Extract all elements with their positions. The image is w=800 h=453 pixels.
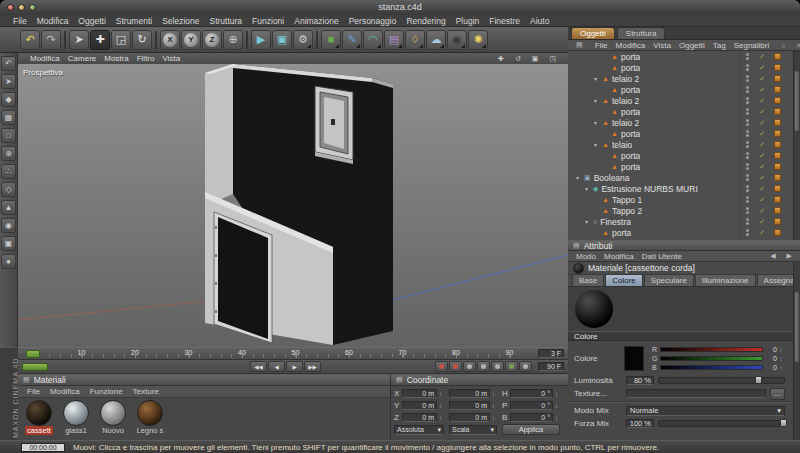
channel-slider[interactable] (660, 365, 763, 370)
visibility-dots-icon[interactable] (746, 218, 749, 221)
add-environment-button[interactable]: ☁ (426, 30, 446, 50)
om-menu-file[interactable]: File (591, 41, 612, 50)
enabled-check-icon[interactable]: ✓ (759, 172, 765, 183)
expand-arrow-icon[interactable]: ▾ (594, 97, 602, 104)
menu-funzioni[interactable]: Funzioni (247, 16, 289, 26)
stepper-icon[interactable]: ↕ (437, 403, 444, 409)
visibility-dots-icon[interactable] (746, 119, 749, 122)
coord-size-field[interactable]: 0 m (449, 413, 490, 422)
material-item-cassett[interactable]: cassett (24, 400, 54, 435)
menu-file[interactable]: File (8, 16, 32, 26)
record-keyframe-button[interactable] (435, 361, 448, 372)
expand-arrow-icon[interactable]: ▾ (576, 174, 584, 181)
coord-position-field[interactable]: 0 m (402, 401, 437, 410)
om-menu-segnalibri[interactable]: Segnalibri (730, 41, 774, 50)
viewport-menu-filtro[interactable]: Filtro (133, 54, 159, 63)
animation-mode-button[interactable]: ◉ (1, 218, 16, 233)
coordinate-system-button[interactable]: ⊕ (223, 30, 243, 50)
lock-z-button[interactable]: Z (202, 30, 222, 50)
texture-tag-icon[interactable] (774, 185, 781, 192)
size-mode-dropdown[interactable]: Scala▾ (449, 425, 497, 435)
mat-menu-file[interactable]: File (22, 387, 45, 396)
mix-mode-dropdown[interactable]: Normale ▾ (626, 406, 785, 416)
enabled-check-icon[interactable]: ✓ (759, 51, 765, 62)
panel-menu-icon[interactable]: ▤ (572, 41, 587, 49)
close-button[interactable] (7, 4, 14, 11)
mat-menu-funzione[interactable]: Funzione (85, 387, 128, 396)
expand-arrow-icon[interactable]: ▾ (594, 119, 602, 126)
stepper-icon[interactable]: ↕ (553, 403, 560, 409)
apply-button[interactable]: Applica (502, 424, 560, 435)
minimize-button[interactable] (18, 4, 25, 11)
visibility-dots-icon[interactable] (746, 163, 749, 166)
slider-knob[interactable] (780, 419, 787, 427)
tree-row-porta[interactable]: ▲porta✓ (568, 62, 793, 73)
enabled-check-icon[interactable]: ✓ (759, 194, 765, 205)
stepper-icon[interactable]: ↕ (437, 415, 444, 421)
viewport-menu-vista[interactable]: Vista (158, 54, 184, 63)
luminosity-slider[interactable] (658, 377, 785, 384)
visibility-dots-icon[interactable] (746, 185, 749, 188)
edges-mode-button[interactable]: ◇ (1, 182, 16, 197)
panel-menu-icon[interactable]: ▤ (573, 242, 580, 250)
texture-tag-icon[interactable] (774, 218, 781, 225)
record-pla-button[interactable] (519, 361, 532, 372)
tree-row-telaio-2[interactable]: ▾▲telaio 2✓ (568, 117, 793, 128)
model-mode-button[interactable]: ◆ (1, 92, 16, 107)
texture-field[interactable] (626, 389, 766, 398)
attr-tab-colore[interactable]: Colore (605, 274, 643, 286)
undo-button[interactable]: ↶ (20, 30, 40, 50)
texture-tag-icon[interactable] (774, 141, 781, 148)
enabled-check-icon[interactable]: ✓ (759, 95, 765, 106)
coord-rotation-field[interactable]: 0 ° (510, 413, 553, 422)
tree-row-porta[interactable]: ▲porta✓ (568, 227, 793, 238)
menu-modifica[interactable]: Modifica (32, 16, 74, 26)
tree-row-porta[interactable]: ▲porta✓ (568, 161, 793, 172)
mat-menu-modifica[interactable]: Modifica (45, 387, 85, 396)
attr-tab-speculare[interactable]: Speculare (644, 274, 694, 286)
texture-tag-icon[interactable] (774, 130, 781, 137)
tree-row-porta[interactable]: ▲porta✓ (568, 128, 793, 139)
enabled-check-icon[interactable]: ✓ (759, 117, 765, 128)
add-spline-button[interactable]: ✎ (342, 30, 362, 50)
coord-position-field[interactable]: 0 m (402, 413, 437, 422)
expand-arrow-icon[interactable]: ▾ (585, 185, 593, 192)
material-item-nuovo[interactable]: Nuovo (98, 400, 128, 435)
menu-aiuto[interactable]: Aiuto (525, 16, 554, 26)
channel-slider[interactable] (660, 356, 763, 361)
tree-row-finestra[interactable]: ▾○Finestra✓ (568, 216, 793, 227)
menu-strumenti[interactable]: Strumenti (111, 16, 157, 26)
undo-view-button[interactable]: ↶ (1, 56, 16, 71)
texture-tag-icon[interactable] (774, 119, 781, 126)
viewport-canvas[interactable] (18, 64, 568, 347)
expand-arrow-icon[interactable]: ▾ (594, 75, 602, 82)
color-section-header[interactable]: Colore (568, 331, 793, 341)
om-menu-oggetti[interactable]: Oggetti (675, 41, 709, 50)
channel-stepper-icon[interactable]: ↕ (777, 365, 785, 371)
enabled-check-icon[interactable]: ✓ (759, 62, 765, 73)
mat-menu-texture[interactable]: Texture (128, 387, 164, 396)
channel-stepper-icon[interactable]: ↕ (777, 347, 785, 353)
visibility-dots-icon[interactable] (746, 86, 749, 89)
texture-tag-icon[interactable] (774, 108, 781, 115)
autokey-button[interactable] (449, 361, 462, 372)
toggle-view-icon[interactable]: ◳ (545, 55, 560, 63)
viewport-menu-mostra[interactable]: Mostra (100, 54, 132, 63)
tree-row-estrusione-nurbs-muri[interactable]: ▾◆Estrusione NURBS MURI✓ (568, 183, 793, 194)
menu-personaggio[interactable]: Personaggio (344, 16, 402, 26)
scale-button[interactable]: ◲ (111, 30, 131, 50)
material-preview-sphere[interactable] (575, 290, 613, 328)
zoom-button[interactable] (29, 4, 36, 11)
enabled-check-icon[interactable]: ✓ (759, 205, 765, 216)
history-back-icon[interactable]: ◀ (766, 252, 779, 260)
slider-knob[interactable] (755, 376, 762, 384)
texture-tag-icon[interactable] (774, 229, 781, 236)
add-array-button[interactable]: ▤ (384, 30, 404, 50)
enabled-check-icon[interactable]: ✓ (759, 227, 765, 238)
texture-tag-icon[interactable] (774, 196, 781, 203)
tree-row-telaio-2[interactable]: ▾▲telaio 2✓ (568, 95, 793, 106)
om-menu-modifica[interactable]: Modifica (612, 41, 650, 50)
render-settings-button[interactable]: ⚙ (293, 30, 313, 50)
enabled-check-icon[interactable]: ✓ (759, 161, 765, 172)
material-item-glass1[interactable]: glass1 (61, 400, 91, 435)
